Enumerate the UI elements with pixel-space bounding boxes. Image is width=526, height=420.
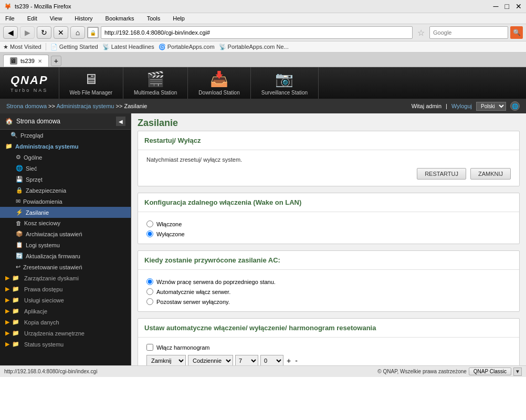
wol-option-on[interactable]: Włączone [146, 220, 511, 227]
schedule-frequency-select[interactable]: Codziennie Co tydzień Co miesiąc [188, 355, 233, 365]
schedule-minus-btn[interactable]: - [294, 356, 299, 365]
sidebar-folder-aplikacje[interactable]: ▶ 📁 Aplikacje [0, 306, 131, 317]
ac-option-auto-on[interactable]: Automatycznie włącz serwer. [146, 288, 511, 295]
search-box[interactable] [429, 26, 508, 39]
qnap-classic-btn[interactable]: QNAP Classic [469, 368, 511, 375]
bookmark-portableapps[interactable]: 🌀 PortableApps.com [159, 44, 215, 50]
bookmark-portableapps-ne[interactable]: 📡 PortableApps.com Ne... [219, 44, 289, 50]
menu-history[interactable]: History [72, 14, 94, 23]
folder-kopia-icon: ▶ [5, 319, 9, 326]
sidebar-folder-urzadzenia[interactable]: ▶ 📁 Urządzenia zewnętrzne [0, 328, 131, 339]
restart-btn-row: RESTARTUJ ZAMKNIJ [146, 168, 511, 180]
browser-toolbar: ◀ ▶ ↻ ✕ ⌂ 🔒 ☆ 🔍 [0, 24, 526, 41]
sidebar-item-archiwizacja[interactable]: 📦 Archiwizacja ustawień [0, 228, 131, 239]
bookmark-star[interactable]: ☆ [415, 26, 427, 39]
wol-radio-off[interactable] [146, 230, 153, 237]
sidebar-item-siec[interactable]: 🌐 Sieć [0, 163, 131, 174]
surveillance-station-icon: 📷 [275, 70, 293, 88]
aktualizacja-icon: 🔄 [16, 253, 23, 259]
sidebar-item-przeglad[interactable]: 🔍 Przegląd [0, 130, 131, 141]
ac-option-off[interactable]: Pozostaw serwer wyłączony. [146, 298, 511, 305]
menu-bookmarks[interactable]: Bookmarks [103, 14, 136, 23]
statusbar-right: © QNAP, Wszelkie prawa zastrzeżone QNAP … [377, 368, 522, 376]
ac-radio-off[interactable] [146, 298, 153, 305]
sidebar-item-administracja[interactable]: 📁 Administracja systemu [0, 141, 131, 152]
wol-title: Konfiguracja zdalnego włączenia (Wake on… [138, 193, 519, 212]
sidebar-folder-prawa[interactable]: ▶ 📁 Prawa dostępu [0, 284, 131, 295]
folder-aplikacje-icon: ▶ [5, 308, 9, 314]
bookmark-getting-started[interactable]: 📄 Getting Started [50, 44, 98, 50]
download-station-icon: 📥 [210, 70, 228, 88]
sidebar: 🏠 Strona domowa ◀ 🔍 Przegląd 📁 Administr… [0, 113, 131, 365]
sidebar-folder-kopia[interactable]: ▶ 📁 Kopia danych [0, 317, 131, 328]
breadcrumb-home[interactable]: Strona domowa [6, 103, 47, 109]
menu-tools[interactable]: Tools [145, 14, 163, 23]
sidebar-item-zabezpieczenia[interactable]: 🔒 Zabezpieczenia [0, 185, 131, 196]
schedule-action-select[interactable]: Zamknij Uruchom Restart [146, 355, 186, 365]
bookmark-most-visited[interactable]: ★ Most Visited [3, 44, 41, 50]
page-title: Zasilanie [138, 113, 520, 131]
sidebar-folder-uslugi[interactable]: ▶ 📁 Usługi sieciowe [0, 295, 131, 306]
logout-link[interactable]: Wyloguj [451, 103, 472, 109]
menu-file[interactable]: File [3, 14, 17, 23]
restart-button[interactable]: RESTARTUJ [417, 168, 466, 180]
sidebar-item-aktualizacja[interactable]: 🔄 Aktualizacja firmwaru [0, 250, 131, 261]
nav-surveillance-station[interactable]: 📷 Surveillance Station [251, 67, 319, 99]
breadcrumb-admin[interactable]: Administracja systemu [56, 103, 114, 109]
schedule-checkbox-input[interactable] [146, 344, 153, 351]
nav-multimedia-station[interactable]: 🎬 Multimedia Station [123, 67, 188, 99]
sidebar-item-sprzet[interactable]: 💾 Sprzęt [0, 174, 131, 185]
maximize-btn[interactable]: □ [505, 2, 509, 10]
nav-web-file-manager[interactable]: 🖥 Web File Manager [59, 67, 124, 99]
reset-icon: ↩ [16, 264, 20, 270]
active-tab[interactable]: 🖥 ts239 ✕ [3, 55, 49, 67]
minimize-btn[interactable]: ─ [493, 2, 499, 10]
sidebar-item-powiadomienia[interactable]: ✉ Powiadomienia [0, 196, 131, 207]
logo-text: QNAP [10, 74, 48, 87]
wol-option-off[interactable]: Wyłączone [146, 230, 511, 237]
lang-globe-btn[interactable]: 🌐 [510, 101, 520, 111]
close-btn[interactable]: ✕ [516, 2, 522, 10]
sidebar-item-logi[interactable]: 📋 Logi systemu [0, 239, 131, 250]
language-select[interactable]: Polski [476, 102, 506, 111]
wol-radio-on[interactable] [146, 220, 153, 227]
nav-download-station[interactable]: 📥 Download Station [188, 67, 250, 99]
tab-close-btn[interactable]: ✕ [38, 58, 42, 64]
copyright-text: © QNAP, Wszelkie prawa zastrzeżone [377, 369, 466, 374]
breadcrumb: Strona domowa >> Administracja systemu >… [6, 103, 147, 109]
schedule-enable-checkbox[interactable]: Włącz harmonogram [146, 344, 511, 351]
reload-button[interactable]: ↻ [37, 26, 51, 39]
sidebar-item-ogolne[interactable]: ⚙ Ogólne [0, 152, 131, 163]
sidebar-folder-dyski[interactable]: ▶ 📁 Zarządzanie dyskami [0, 272, 131, 284]
sidebar-item-zasilanie[interactable]: ⚡ Zasilanie [0, 207, 131, 218]
menu-help[interactable]: Help [171, 14, 187, 23]
back-button[interactable]: ◀ [3, 26, 18, 39]
security-icon: 🔒 [87, 27, 99, 38]
new-tab-button[interactable]: + [51, 56, 61, 66]
folder-urzadzenia-img: 📁 [12, 330, 19, 337]
statusbar-dropdown-btn[interactable]: ▼ [513, 368, 522, 376]
ac-radio-resume[interactable] [146, 278, 153, 285]
sidebar-folder-status[interactable]: ▶ 📁 Status systemu [0, 339, 131, 350]
ac-option-resume[interactable]: Wznów pracę serwera do poprzedniego stan… [146, 278, 511, 285]
sidebar-title: Strona domowa [16, 118, 60, 125]
schedule-hour-select[interactable]: 7 [235, 355, 258, 365]
sidebar-item-kosz[interactable]: 🗑 Kosz sieciowy [0, 218, 131, 228]
menu-view[interactable]: View [48, 14, 65, 23]
browser-titlebar: 🦊 ts239 - Mozilla Firefox ─ □ ✕ [0, 0, 526, 13]
home-button[interactable]: ⌂ [70, 26, 85, 39]
schedule-plus-btn[interactable]: + [286, 356, 292, 365]
sidebar-item-reset[interactable]: ↩ Zresetowanie ustawień [0, 261, 131, 272]
header-navigation: 🖥 Web File Manager 🎬 Multimedia Station … [59, 67, 526, 99]
shutdown-button[interactable]: ZAMKNIJ [470, 168, 511, 180]
stop-button[interactable]: ✕ [54, 26, 68, 39]
bookmark-headlines[interactable]: 📡 Latest Headlines [102, 44, 154, 50]
address-bar[interactable] [101, 26, 413, 39]
firefox-icon: 🦊 [4, 3, 12, 10]
forward-button[interactable]: ▶ [20, 26, 35, 39]
search-btn[interactable]: 🔍 [510, 26, 523, 39]
menu-edit[interactable]: Edit [25, 14, 39, 23]
sidebar-collapse-btn[interactable]: ◀ [116, 117, 125, 126]
schedule-minute-select[interactable]: 0 [260, 355, 283, 365]
ac-radio-auto-on[interactable] [146, 288, 153, 295]
